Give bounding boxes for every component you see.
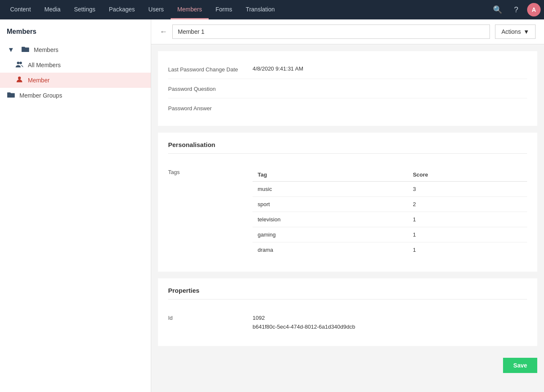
sidebar-item-all-members[interactable]: All Members <box>0 57 151 73</box>
save-bar: Save <box>151 353 544 378</box>
score-cell: 1 <box>408 212 527 227</box>
svg-point-2 <box>18 76 21 79</box>
member-groups-folder-icon <box>7 91 15 100</box>
save-button[interactable]: Save <box>503 358 537 373</box>
password-answer-row: Password Answer <box>168 98 527 117</box>
search-icon[interactable]: 🔍 <box>490 2 505 17</box>
sidebar-title: Members <box>0 28 151 42</box>
nav-translation[interactable]: Translation <box>239 0 282 19</box>
tags-label: Tags <box>168 168 253 175</box>
sidebar-item-members-folder[interactable]: ▼ Members <box>0 42 151 57</box>
nav-settings[interactable]: Settings <box>67 0 102 19</box>
sidebar-item-member-groups[interactable]: Member Groups <box>0 88 151 103</box>
content-header: ← Actions ▼ <box>151 19 544 44</box>
nav-media[interactable]: Media <box>38 0 67 19</box>
all-members-label: All Members <box>28 62 61 68</box>
nav-packages[interactable]: Packages <box>102 0 141 19</box>
password-question-label: Password Question <box>168 85 253 92</box>
score-cell: 1 <box>408 242 527 258</box>
table-row: sport2 <box>253 197 527 212</box>
top-navigation: Content Media Settings Packages Users Me… <box>0 0 544 19</box>
password-question-row: Password Question <box>168 79 527 98</box>
sidebar-item-members-label: Members <box>34 46 58 53</box>
score-cell: 1 <box>408 227 527 242</box>
password-section: Last Password Change Date 4/8/2020 9:41:… <box>158 51 537 126</box>
avatar[interactable]: A <box>527 3 541 16</box>
id-value: 1092 b641f80c-5ec4-474d-8012-6a1d340d9dc… <box>253 314 527 332</box>
id-row: Id 1092 b641f80c-5ec4-474d-8012-6a1d340d… <box>168 308 527 338</box>
tag-cell: gaming <box>253 227 408 242</box>
all-members-icon <box>15 61 24 69</box>
tag-cell: music <box>253 182 408 197</box>
nav-content[interactable]: Content <box>3 0 38 19</box>
svg-point-0 <box>17 62 19 64</box>
last-password-change-value: 4/8/2020 9:41:31 AM <box>253 65 527 72</box>
svg-point-1 <box>19 62 22 64</box>
table-row: music3 <box>253 182 527 197</box>
nav-users[interactable]: Users <box>141 0 171 19</box>
actions-dropdown-icon: ▼ <box>523 28 529 35</box>
member-groups-label: Member Groups <box>19 92 62 99</box>
tags-table: Tag Score music3sport2television1gaming1… <box>253 168 527 257</box>
tags-table-container: Tag Score music3sport2television1gaming1… <box>253 168 527 257</box>
sidebar-item-member[interactable]: Member <box>0 73 151 88</box>
personalisation-title: Personalisation <box>168 141 527 154</box>
properties-title: Properties <box>168 287 527 299</box>
id-label: Id <box>168 314 253 321</box>
last-password-change-row: Last Password Change Date 4/8/2020 9:41:… <box>168 60 527 79</box>
id-numeric: 1092 <box>253 314 527 323</box>
tag-cell: drama <box>253 242 408 258</box>
score-cell: 3 <box>408 182 527 197</box>
member-label: Member <box>28 77 49 84</box>
personalisation-section: Personalisation Tags Tag Score music3spo… <box>158 133 537 272</box>
password-answer-label: Password Answer <box>168 104 253 112</box>
tag-col-header: Tag <box>253 168 408 182</box>
tags-row: Tags Tag Score music3sport2television1ga… <box>168 162 527 263</box>
score-cell: 2 <box>408 197 527 212</box>
app-body: Members ▼ Members All Members Member <box>0 19 544 392</box>
collapse-arrow-icon: ▼ <box>7 46 15 54</box>
last-password-change-label: Last Password Change Date <box>168 65 253 73</box>
nav-icons: 🔍 ? A <box>490 0 541 19</box>
nav-forms[interactable]: Forms <box>209 0 239 19</box>
member-name-input[interactable] <box>172 24 490 39</box>
actions-button[interactable]: Actions ▼ <box>495 24 536 39</box>
tag-cell: television <box>253 212 408 227</box>
help-icon[interactable]: ? <box>509 2 524 17</box>
table-row: gaming1 <box>253 227 527 242</box>
sidebar: Members ▼ Members All Members Member <box>0 19 151 392</box>
score-col-header: Score <box>408 168 527 182</box>
back-button[interactable]: ← <box>160 27 167 36</box>
folder-icon <box>21 46 30 54</box>
id-guid: b641f80c-5ec4-474d-8012-6a1d340d9dcb <box>253 323 527 332</box>
main-content: ← Actions ▼ Last Password Change Date 4/… <box>151 19 544 392</box>
table-row: television1 <box>253 212 527 227</box>
table-row: drama1 <box>253 242 527 258</box>
member-icon <box>15 76 24 84</box>
properties-section: Properties Id 1092 b641f80c-5ec4-474d-80… <box>158 278 537 346</box>
nav-members[interactable]: Members <box>171 0 209 19</box>
tag-cell: sport <box>253 197 408 212</box>
